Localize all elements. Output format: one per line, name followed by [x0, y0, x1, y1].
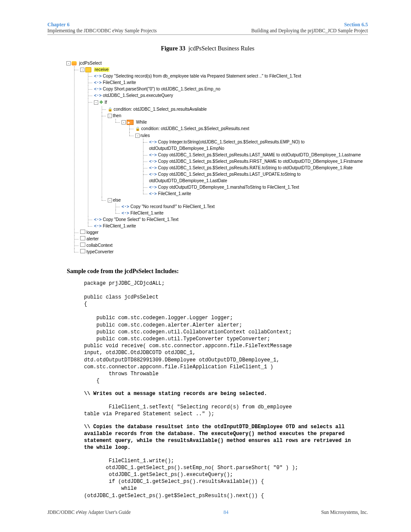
box-icon	[80, 249, 85, 253]
code-block-1: package prjJDBC_JCDjcdALL; public class …	[84, 280, 359, 385]
expand-icon[interactable]: -	[80, 68, 84, 72]
footer-right: Sun Microsystems, Inc.	[321, 510, 368, 515]
copy-icon: <·>	[94, 93, 102, 98]
logger-node[interactable]: logger	[74, 229, 368, 236]
code-comment-2: \\ Copies the database resultset into th…	[84, 423, 359, 451]
copy-icon: <·>	[149, 191, 157, 196]
copy-icon: <·>	[149, 165, 157, 170]
rule-node[interactable]: <·> Copy otdJDBC_1.Select_ps.$Select_psR…	[143, 152, 368, 158]
section-subtitle: Building and Deploying the prjJDBC_JCD S…	[251, 28, 368, 33]
rule-node[interactable]: <·> Copy otdJDBC_1.Select_ps.$Select_psR…	[143, 158, 368, 165]
collab-node[interactable]: collabContext	[74, 242, 368, 249]
rule-node[interactable]: <·> FileClient_1.write	[88, 223, 368, 229]
copy-icon: <·>	[149, 185, 157, 190]
expand-icon[interactable]: -	[135, 134, 140, 138]
then-node[interactable]: -then -▶ While 🔒 condition: otdJDBC_1.Se…	[102, 112, 368, 197]
rule-node[interactable]: <·> Copy otdOutputDTD_DBemployee_1.marsh…	[143, 184, 368, 190]
expand-icon[interactable]: -	[108, 198, 112, 202]
copy-icon: <·>	[121, 211, 129, 215]
copy-icon: <·>	[94, 224, 102, 228]
folder-icon	[85, 67, 91, 72]
footer-left: JDBC/ODBC eWay Adapter User's Guide	[47, 510, 131, 515]
copy-icon: <·>	[149, 140, 157, 144]
rule-node[interactable]: <·> Copy Integer.toString(otdJDBC_1.Sele…	[143, 139, 368, 152]
rules-node[interactable]: -rules <·> Copy Integer.toString(otdJDBC…	[129, 132, 368, 197]
page: Chapter 6 Implementing the JDBC/ODBC eWa…	[0, 0, 411, 532]
while-node[interactable]: -▶ While 🔒 condition: otdJDBC_1.Select_p…	[115, 119, 368, 197]
else-node[interactable]: -else <·> Copy "No record found!" to Fil…	[102, 197, 368, 216]
alerter-node[interactable]: alerter	[74, 236, 368, 242]
rule-node[interactable]: <·> Copy "Done Select" to FileClient_1.T…	[88, 216, 368, 223]
rule-node[interactable]: <·> Copy otdJDBC_1.Select_ps.$Select_psR…	[143, 171, 368, 184]
expand-icon[interactable]: -	[94, 100, 98, 105]
copy-icon: <·>	[149, 159, 157, 164]
rule-node[interactable]: <·> Copy "Selecting record(s) from db_em…	[88, 73, 368, 79]
figure-label: Figure 33	[161, 45, 185, 52]
page-footer: JDBC/ODBC eWay Adapter User's Guide 84 S…	[47, 510, 368, 515]
lock-icon: 🔒	[108, 107, 112, 112]
condition-node[interactable]: 🔒 condition: otdJDBC_1.Select_ps.results…	[102, 106, 368, 113]
lock-icon: 🔒	[135, 127, 140, 131]
condition-node[interactable]: 🔒 condition: otdJDBC_1.Select_ps.$Select…	[129, 125, 368, 132]
box-icon	[80, 243, 85, 247]
page-number: 84	[224, 510, 229, 515]
expand-icon[interactable]: -	[121, 120, 126, 124]
header-right: Section 6.5 Building and Deploying the p…	[251, 22, 368, 33]
rule-node[interactable]: <·> Copy Short.parseShort("0") to otdJDB…	[88, 86, 368, 92]
rule-node[interactable]: <·> FileClient_1.write	[115, 210, 368, 216]
page-header: Chapter 6 Implementing the JDBC/ODBC eWa…	[47, 22, 368, 35]
typeconv-node[interactable]: typeConverter	[74, 249, 368, 255]
section-label: Section 6.5	[251, 22, 368, 28]
rule-node[interactable]: <·> Copy "No record found!" to FileClien…	[115, 203, 368, 210]
rule-node[interactable]: <·> FileClient_1.write	[88, 79, 368, 86]
code-block-3: FileClient_1.write(); otdJDBC_1.getSelec…	[84, 457, 359, 499]
expand-icon[interactable]: -	[66, 61, 71, 65]
box-icon	[80, 236, 85, 240]
receive-node[interactable]: - receive <·> Copy "Selecting record(s) …	[74, 66, 368, 229]
business-rules-tree: - jcdPsSelect - receive <·> Copy "Select…	[60, 60, 368, 255]
figure-name: jcdPsSelect Business Rules	[188, 45, 254, 52]
expand-icon[interactable]: -	[108, 114, 112, 118]
code-comment-1: \\ Writes out a message stating records …	[84, 390, 359, 397]
chapter-subtitle: Implementing the JDBC/ODBC eWay Sample P…	[47, 28, 157, 33]
tree-root[interactable]: - jcdPsSelect - receive <·> Copy "Select…	[60, 60, 368, 255]
copy-icon: <·>	[94, 74, 102, 78]
while-icon: ▶	[127, 120, 134, 125]
root-icon	[72, 61, 77, 65]
receive-label: receive	[94, 67, 109, 72]
figure-title: Figure 33 jcdPsSelect Business Rules	[47, 45, 368, 52]
copy-icon: <·>	[149, 172, 157, 177]
code-block-2: FileClient_1.setText( "Selecting record(…	[84, 404, 359, 417]
box-icon	[80, 230, 85, 234]
chapter-label: Chapter 6	[47, 22, 157, 28]
if-node[interactable]: -❖ If 🔒 condition: otdJDBC_1.Select_ps.r…	[88, 99, 368, 216]
section-heading: Sample code from the jcdPsSelect Include…	[67, 268, 368, 275]
root-label: jcdPsSelect	[79, 61, 102, 65]
copy-icon: <·>	[121, 204, 129, 209]
copy-icon: <·>	[149, 152, 157, 157]
header-left: Chapter 6 Implementing the JDBC/ODBC eWa…	[47, 22, 157, 33]
copy-icon: <·>	[94, 87, 102, 91]
rule-node[interactable]: <·> FileClient_1.write	[143, 190, 368, 197]
copy-icon: <·>	[94, 80, 102, 85]
rule-node[interactable]: <·> Copy otdJDBC_1.Select_ps.$Select_psR…	[143, 165, 368, 171]
if-icon: ❖	[99, 100, 103, 105]
copy-icon: <·>	[94, 217, 102, 222]
rule-node[interactable]: <·> otdJDBC_1.Select_ps.executeQuery	[88, 92, 368, 99]
